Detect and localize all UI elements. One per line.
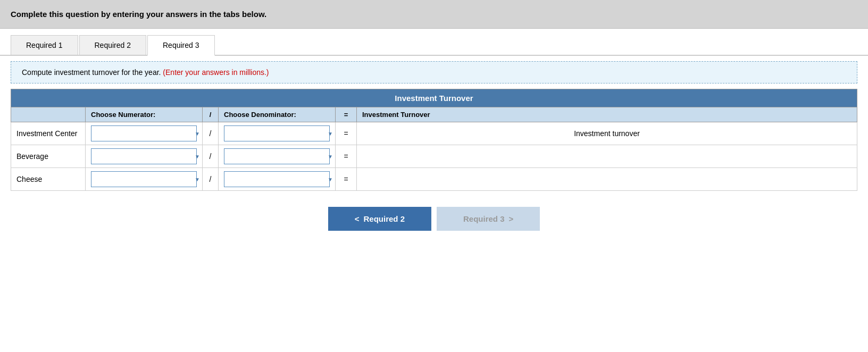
numerator-cell-investment-center[interactable]: ▼ — [86, 122, 203, 145]
numerator-cell-beverage[interactable]: ▼ — [86, 145, 203, 168]
denominator-select-beverage[interactable] — [224, 148, 330, 164]
col-header-denominator: Choose Denominator: — [219, 107, 336, 122]
result-cell-beverage — [357, 145, 857, 168]
numerator-select-beverage[interactable] — [91, 148, 197, 164]
equals-cell-2: = — [336, 145, 357, 168]
table-row: Beverage ▼ / ▼ = — [11, 145, 857, 168]
col-header-equals: = — [336, 107, 357, 122]
slash-cell-2: / — [203, 145, 219, 168]
column-header-row: Choose Numerator: / Choose Denominator: … — [11, 107, 857, 122]
question-area: Compute investment turnover for the year… — [11, 61, 857, 83]
slash-cell-1: / — [203, 122, 219, 145]
buttons-area: < Required 2 Required 3 > — [11, 207, 857, 231]
tab-required-3[interactable]: Required 3 — [147, 35, 215, 56]
prev-chevron-icon: < — [355, 214, 360, 223]
result-cell-cheese — [357, 168, 857, 191]
prev-button-label: Required 2 — [363, 214, 405, 223]
denominator-cell-beverage[interactable]: ▼ — [219, 145, 336, 168]
numerator-cell-cheese[interactable]: ▼ — [86, 168, 203, 191]
slash-cell-3: / — [203, 168, 219, 191]
prev-button[interactable]: < Required 2 — [328, 207, 431, 231]
tab-required-2[interactable]: Required 2 — [79, 35, 147, 55]
question-note: (Enter your answers in millions.) — [163, 68, 269, 77]
numerator-select-cheese[interactable] — [91, 171, 197, 187]
question-text: Compute investment turnover for the year… — [22, 68, 161, 77]
instruction-bar: Complete this question by entering your … — [0, 0, 868, 29]
table-section: Investment Turnover Choose Numerator: / … — [11, 89, 857, 191]
denominator-select-cheese[interactable] — [224, 171, 330, 187]
tabs-container: Required 1 Required 2 Required 3 — [0, 29, 868, 56]
denominator-select-investment-center[interactable] — [224, 125, 330, 141]
instruction-text: Complete this question by entering your … — [11, 10, 266, 19]
col-header-numerator: Choose Numerator: — [86, 107, 203, 122]
result-cell-investment-center: Investment turnover — [357, 122, 857, 145]
next-button-label: Required 3 — [463, 214, 505, 223]
table-title-row: Investment Turnover — [11, 89, 857, 107]
row-label-investment-center: Investment Center — [11, 122, 86, 145]
denominator-cell-cheese[interactable]: ▼ — [219, 168, 336, 191]
equals-cell-1: = — [336, 122, 357, 145]
row-label-cheese: Cheese — [11, 168, 86, 191]
next-button[interactable]: Required 3 > — [437, 207, 540, 231]
equals-cell-3: = — [336, 168, 357, 191]
table-title: Investment Turnover — [11, 89, 857, 107]
table-row: Investment Center ▼ / ▼ = Investment tur… — [11, 122, 857, 145]
denominator-cell-investment-center[interactable]: ▼ — [219, 122, 336, 145]
col-header-result: Investment Turnover — [357, 107, 857, 122]
next-chevron-icon: > — [509, 214, 514, 223]
row-label-beverage: Beverage — [11, 145, 86, 168]
numerator-select-investment-center[interactable] — [91, 125, 197, 141]
col-header-label — [11, 107, 86, 122]
col-header-slash: / — [203, 107, 219, 122]
investment-turnover-table: Investment Turnover Choose Numerator: / … — [11, 89, 857, 191]
tab-required-1[interactable]: Required 1 — [11, 35, 78, 55]
table-row: Cheese ▼ / ▼ = — [11, 168, 857, 191]
